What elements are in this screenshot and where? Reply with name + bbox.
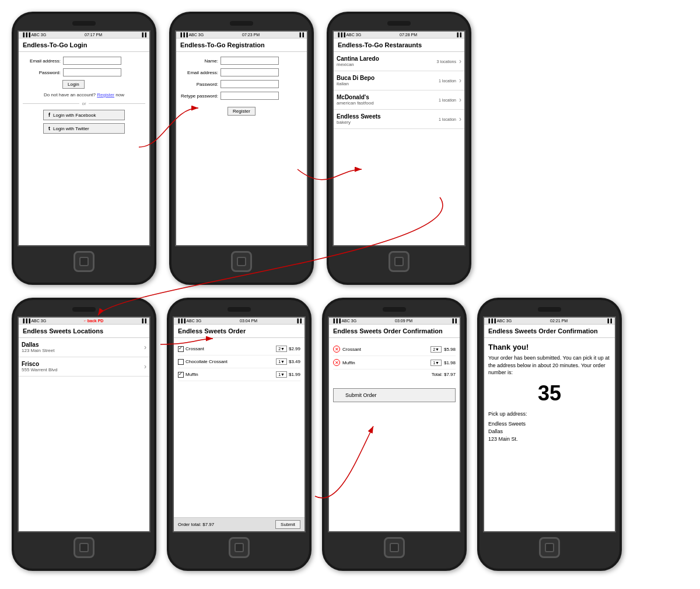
- home-button[interactable]: [539, 537, 560, 558]
- order-item-muffin: Muffin 1▼ $1.99: [178, 368, 300, 381]
- order-item-choc-crossant: Chocollate Crossant 1▼ $3.49: [178, 356, 300, 368]
- battery: ▐▐: [141, 33, 146, 37]
- thankyou-heading: Thank you!: [488, 343, 611, 351]
- qty-crossant-confirm[interactable]: 2▼: [430, 346, 442, 353]
- total-line: Total: $7.97: [333, 370, 456, 379]
- list-item[interactable]: McDonald's american fastfood 1 location …: [334, 90, 464, 110]
- register-link[interactable]: Register: [97, 92, 114, 97]
- pickup-label: Pick up address:: [488, 410, 611, 418]
- list-item-dallas[interactable]: Dallas 123 Main Street ›: [19, 338, 149, 357]
- facebook-icon: f: [48, 112, 50, 118]
- phone-speaker: [72, 21, 96, 26]
- email-input[interactable]: [63, 57, 121, 65]
- facebook-login-button[interactable]: f Login with Facebook: [43, 110, 125, 120]
- chevron-icon: ›: [144, 363, 146, 371]
- list-item[interactable]: Buca Di Bepo italian 1 location ›: [334, 71, 464, 90]
- battery: ▐▐: [296, 319, 302, 323]
- checkbox-crossant[interactable]: [178, 346, 184, 352]
- password-label: Password:: [180, 82, 218, 87]
- thankyou-screen: ▐▐▐ ABC 3G 02:21 PM ▐▐ Endless Sweets Or…: [483, 316, 616, 532]
- password-input[interactable]: [63, 68, 121, 76]
- remove-muffin-icon[interactable]: ✕: [333, 359, 340, 366]
- home-button[interactable]: [231, 251, 252, 272]
- chevron-icon: ›: [459, 76, 461, 85]
- register-button[interactable]: Register: [228, 107, 256, 116]
- home-button-inner: [237, 257, 246, 266]
- phone-speaker: [383, 307, 406, 312]
- phone-speaker: [230, 21, 253, 26]
- home-button-inner: [79, 543, 89, 552]
- order-footer: Order total: $7.97 Submit: [174, 517, 304, 531]
- home-button[interactable]: [388, 251, 410, 272]
- order-title: Endless Sweets Order: [174, 325, 304, 338]
- phone-login: ▐▐▐ ABC 3G 07:17 PM ▐▐ Endless-To-Go Log…: [12, 12, 156, 285]
- registration-screen: ▐▐▐ ABC 3G 07:23 PM ▐▐ Endless-To-Go Reg…: [175, 30, 308, 246]
- time: 07:23 PM: [242, 33, 260, 37]
- home-button[interactable]: [74, 251, 94, 272]
- time: 03:09 PM: [395, 319, 412, 323]
- confirm-item-crossant: ✕ Crossant 2▼ $5.98: [333, 343, 456, 356]
- chevron-icon: ›: [459, 96, 461, 104]
- time: 03:04 PM: [240, 319, 257, 323]
- remove-crossant-icon[interactable]: ✕: [333, 346, 340, 353]
- home-button[interactable]: [229, 537, 250, 558]
- home-button-inner: [394, 257, 404, 266]
- twitter-login-button[interactable]: t Login with Twitter: [43, 123, 125, 134]
- checkbox-muffin[interactable]: [178, 372, 184, 378]
- login-button[interactable]: Login: [62, 80, 85, 89]
- phone-restaurants: ▐▐▐ ABC 3G 07:28 PM ▐▐ Endless-To-Go Res…: [327, 12, 471, 285]
- home-button[interactable]: [384, 537, 405, 558]
- phone-speaker: [387, 21, 411, 26]
- home-button[interactable]: [74, 537, 94, 558]
- battery: ▐▐: [141, 319, 146, 323]
- qty-muffin[interactable]: 1▼: [276, 371, 287, 378]
- home-button-inner: [79, 257, 89, 266]
- thankyou-content: Thank you! Your order has been submitted…: [484, 338, 615, 447]
- status-bar: ▐▐▐ ABC 3G 02:21 PM ▐▐: [484, 318, 615, 325]
- registration-content: Name: Email address: Password: Retype pa…: [176, 52, 307, 120]
- email-input[interactable]: [220, 68, 279, 76]
- chevron-icon: ›: [459, 115, 461, 123]
- name-input[interactable]: [220, 57, 279, 65]
- phone-speaker: [228, 307, 251, 312]
- divider: or: [23, 101, 145, 106]
- time: 02:21 PM: [550, 319, 568, 323]
- battery: ▐▐: [298, 33, 304, 37]
- submit-order-button[interactable]: Submit Order: [333, 388, 456, 402]
- list-item-endless-sweets[interactable]: Endless Sweets bakery 1 location ›: [334, 110, 464, 129]
- phone-order: ▐▐▐ ABC 3G 03:04 PM ▐▐ Endless Sweets Or…: [167, 298, 312, 571]
- thankyou-screen-title: Endless Sweets Order Confirmation: [484, 325, 615, 338]
- retype-label: Retype password:: [180, 93, 218, 99]
- order-confirmation-content: ✕ Crossant 2▼ $5.98 ✕ Muffin 1▼ $1.98 To…: [329, 338, 460, 416]
- password-label: Password:: [23, 70, 61, 75]
- order-confirmation-screen: ▐▐▐ ABC 3G 03:09 PM ▐▐ Endless Sweets Or…: [328, 316, 461, 532]
- signal: ▐▐▐ ABC 3G: [22, 319, 46, 323]
- status-bar: ▐▐▐ ABC 3G 03:04 PM ▐▐: [174, 318, 304, 325]
- status-bar: ▐▐▐ ABC 3G 03:09 PM ▐▐: [329, 318, 460, 325]
- checkbox-choc-crossant[interactable]: [178, 359, 184, 365]
- time: 07:17 PM: [85, 33, 102, 37]
- order-content: Crossant 2▼ $2.99 Chocollate Crossant 1▼…: [174, 338, 304, 402]
- locations-list: Dallas 123 Main Street › Frisco 555 Warr…: [19, 338, 149, 377]
- list-item-frisco[interactable]: Frisco 555 Warrent Blvd ›: [19, 357, 149, 377]
- home-button-inner: [390, 543, 399, 552]
- qty-muffin-confirm[interactable]: 1▼: [430, 360, 442, 366]
- phone-speaker: [72, 307, 96, 312]
- home-button-inner: [235, 543, 244, 552]
- password-input[interactable]: [220, 80, 279, 88]
- locations-screen: ▐▐▐ ABC 3G ←back PD ▐▐ Endless Sweets Lo…: [18, 316, 150, 532]
- signal: ▐▐▐ ABC 3G: [487, 319, 512, 323]
- locations-title: Endless Sweets Locations: [19, 325, 149, 338]
- order-screen: ▐▐▐ ABC 3G 03:04 PM ▐▐ Endless Sweets Or…: [173, 316, 306, 532]
- status-bar: ▐▐▐ ABC 3G 07:23 PM ▐▐: [176, 32, 307, 39]
- password-row: Password:: [23, 68, 145, 76]
- retype-input[interactable]: [220, 92, 279, 100]
- order-item-crossant: Crossant 2▼ $2.99: [178, 343, 300, 356]
- qty-crossant[interactable]: 2▼: [276, 346, 287, 352]
- list-item[interactable]: Cantina Laredo mexican 3 locations ›: [334, 52, 464, 71]
- confirm-item-muffin: ✕ Muffin 1▼ $1.98: [333, 356, 456, 370]
- home-button-inner: [545, 543, 554, 552]
- qty-choc-crossant[interactable]: 1▼: [276, 358, 287, 365]
- phone-thankyou: ▐▐▐ ABC 3G 02:21 PM ▐▐ Endless Sweets Or…: [477, 298, 622, 571]
- submit-button[interactable]: Submit: [275, 520, 300, 529]
